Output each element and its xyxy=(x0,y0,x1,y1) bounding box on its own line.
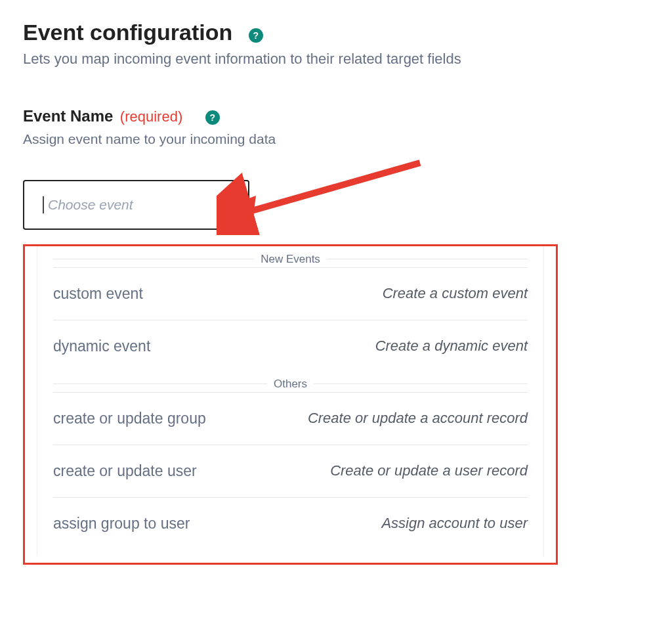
event-dropdown-list: New Events custom event Create a custom … xyxy=(37,246,544,556)
option-label: assign group to user xyxy=(53,515,190,533)
option-custom-event[interactable]: custom event Create a custom event xyxy=(53,267,528,320)
option-description: Create or update a user record xyxy=(330,462,528,479)
event-name-field: Event Name (required) ? Assign event nam… xyxy=(23,107,649,565)
event-dropdown-panel: New Events custom event Create a custom … xyxy=(23,244,558,565)
event-select[interactable]: Choose event xyxy=(23,180,249,230)
required-tag: (required) xyxy=(120,108,182,125)
option-label: create or update user xyxy=(53,462,197,480)
text-cursor xyxy=(43,196,44,213)
dropdown-section-header: New Events xyxy=(53,246,528,267)
dropdown-section-title: New Events xyxy=(254,253,327,266)
field-label: Event Name xyxy=(23,107,113,125)
chevron-down-icon xyxy=(223,200,234,210)
page-header: Event configuration ? Lets you map incom… xyxy=(23,20,649,68)
help-icon[interactable]: ? xyxy=(205,110,220,125)
dropdown-section-header: Others xyxy=(53,372,528,392)
dropdown-section-title: Others xyxy=(267,378,314,391)
option-description: Create a dynamic event xyxy=(375,338,528,355)
option-description: Create or update a account record xyxy=(308,410,528,427)
option-label: create or update group xyxy=(53,410,206,427)
option-label: dynamic event xyxy=(53,338,150,355)
page-title: Event configuration xyxy=(23,20,232,45)
option-create-or-update-user[interactable]: create or update user Create or update a… xyxy=(53,445,528,497)
select-placeholder: Choose event xyxy=(48,197,223,213)
field-help-text: Assign event name to your incoming data xyxy=(23,131,649,147)
help-icon[interactable]: ? xyxy=(249,28,263,43)
option-label: custom event xyxy=(53,285,143,303)
option-dynamic-event[interactable]: dynamic event Create a dynamic event xyxy=(53,320,528,372)
option-description: Create a custom event xyxy=(383,285,528,302)
page-subtitle: Lets you map incoming event information … xyxy=(23,51,649,68)
option-description: Assign account to user xyxy=(381,515,528,532)
option-create-or-update-group[interactable]: create or update group Create or update … xyxy=(53,392,528,445)
option-assign-group-to-user[interactable]: assign group to user Assign account to u… xyxy=(53,497,528,550)
